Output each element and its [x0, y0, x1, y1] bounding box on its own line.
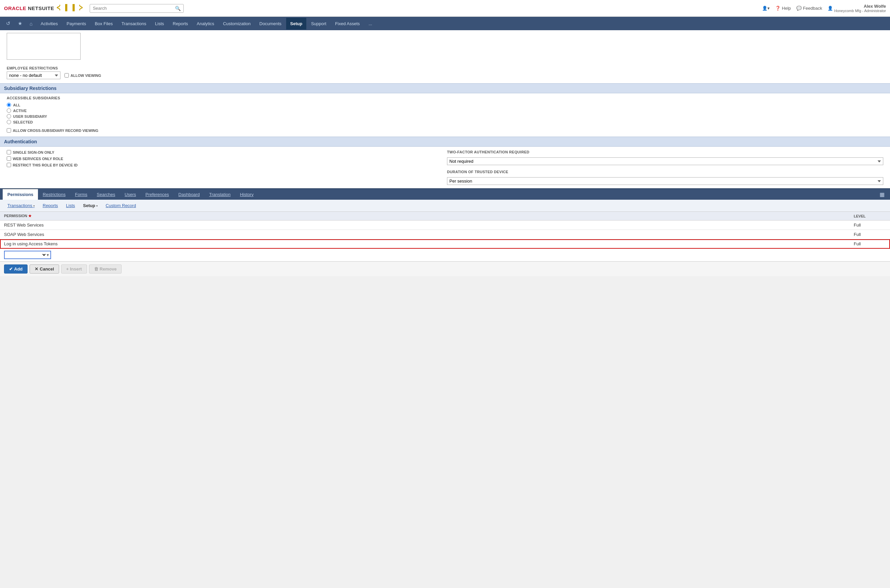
favorites-icon[interactable]: ★: [14, 18, 26, 29]
logo-icon: ⧼ ❙❙ ⧽: [57, 4, 83, 13]
employee-restrictions-section: EMPLOYEE RESTRICTIONS none - no default …: [0, 63, 890, 83]
restrict-device-label[interactable]: RESTRICT THIS ROLE BY DEVICE ID: [7, 163, 443, 167]
tab-permissions[interactable]: Permissions: [3, 189, 38, 200]
feedback-icon: 💬: [796, 6, 802, 11]
help-icon: ❓: [775, 6, 780, 11]
nav-customization[interactable]: Customization: [219, 18, 254, 30]
nav-box-files[interactable]: Box Files: [91, 18, 117, 30]
accessible-subsidiaries-label: ACCESSIBLE SUBSIDIARIES: [7, 96, 883, 100]
nav-analytics[interactable]: Analytics: [193, 18, 218, 30]
search-input[interactable]: [93, 6, 175, 11]
two-factor-select[interactable]: Not required Required Optional: [447, 158, 883, 165]
add-select-wrap[interactable]: ▾: [4, 251, 51, 259]
radio-selected[interactable]: SELECTED: [7, 120, 883, 124]
tab-dashboard[interactable]: Dashboard: [174, 189, 204, 200]
nav-transactions[interactable]: Transactions: [117, 18, 150, 30]
tab-users[interactable]: Users: [120, 189, 141, 200]
table-row: SOAP Web Services Full: [0, 230, 890, 239]
auth-left: SINGLE SIGN-ON ONLY WEB SERVICES ONLY RO…: [7, 150, 443, 185]
cross-subsidiary-checkbox[interactable]: [7, 128, 11, 133]
nav-support[interactable]: Support: [307, 18, 331, 30]
tab-history[interactable]: History: [235, 189, 258, 200]
permissions-table: PERMISSION ★ LEVEL REST Web Services Ful…: [0, 212, 890, 249]
tab-translation[interactable]: Translation: [204, 189, 235, 200]
nav-activities[interactable]: Activities: [37, 18, 62, 30]
allow-viewing-checkbox[interactable]: [65, 73, 69, 78]
nav-fixed-assets[interactable]: Fixed Assets: [331, 18, 364, 30]
radio-user-subsidiary[interactable]: USER SUBSIDIARY: [7, 114, 883, 118]
add-select-arrow: ▾: [47, 252, 49, 257]
nav-setup[interactable]: Setup: [286, 18, 306, 30]
table-row: REST Web Services Full: [0, 220, 890, 230]
insert-button[interactable]: + Insert: [61, 264, 87, 273]
sub-tab-reports[interactable]: Reports: [39, 202, 62, 209]
add-row: ▾: [0, 249, 890, 261]
sub-tabs-row: Transactions • Reports Lists Setup • Cus…: [0, 200, 890, 212]
radio-all[interactable]: ALL: [7, 103, 883, 107]
nav-documents[interactable]: Documents: [255, 18, 286, 30]
x-icon: ✕: [35, 267, 38, 272]
user-avatar-icon: 👤: [828, 6, 833, 11]
user-menu-btn[interactable]: 👤▾: [762, 6, 770, 11]
employee-restrictions-row: none - no default selected active ALLOW …: [7, 72, 883, 79]
add-button[interactable]: ✔ Add: [4, 264, 27, 273]
cancel-button[interactable]: ✕ Cancel: [30, 264, 59, 273]
subsidiary-restrictions-section: ACCESSIBLE SUBSIDIARIES ALL ACTIVE USER …: [0, 93, 890, 136]
feedback-btn[interactable]: 💬 Feedback: [796, 6, 822, 11]
permission-level: Full: [850, 239, 890, 249]
allow-viewing-label[interactable]: ALLOW VIEWING: [65, 73, 101, 78]
main-content: EMPLOYEE RESTRICTIONS none - no default …: [0, 30, 890, 276]
sso-only-checkbox[interactable]: [7, 150, 11, 154]
permission-name: REST Web Services: [0, 220, 850, 230]
tab-forms[interactable]: Forms: [70, 189, 92, 200]
employee-restrictions-select[interactable]: none - no default selected active: [7, 72, 60, 79]
nav-payments[interactable]: Payments: [62, 18, 90, 30]
help-btn[interactable]: ❓ Help: [775, 6, 791, 11]
home-icon[interactable]: ⌂: [26, 18, 36, 29]
table-row-highlighted: Log in using Access Tokens Full: [0, 239, 890, 249]
auth-right: TWO-FACTOR AUTHENTICATION REQUIRED Not r…: [447, 150, 883, 185]
tabs-row: Permissions Restrictions Forms Searches …: [0, 189, 890, 200]
cross-subsidiary-label[interactable]: ALLOW CROSS-SUBSIDIARY RECORD VIEWING: [7, 128, 883, 133]
logo-area: ORACLE NETSUITE ⧼ ❙❙ ⧽: [4, 4, 83, 13]
user-info: Alex Wolfe Honeycomb Mfg - Administrator: [834, 4, 886, 13]
subsidiary-restrictions-header: Subsidiary Restrictions: [0, 83, 890, 93]
tab-preferences[interactable]: Preferences: [141, 189, 174, 200]
radio-active[interactable]: ACTIVE: [7, 108, 883, 113]
remove-button[interactable]: 🗑 Remove: [89, 264, 122, 273]
duration-select[interactable]: Per session 30 days 60 days 90 days: [447, 177, 883, 185]
nav-reports[interactable]: Reports: [168, 18, 192, 30]
two-factor-label: TWO-FACTOR AUTHENTICATION REQUIRED: [447, 150, 883, 154]
sub-tab-custom-record[interactable]: Custom Record: [102, 202, 139, 209]
tab-options-icon[interactable]: ▦: [877, 189, 887, 200]
notes-textarea[interactable]: [7, 33, 81, 60]
history-icon[interactable]: ↺: [3, 18, 14, 29]
trash-icon: 🗑: [94, 267, 98, 272]
action-buttons: ✔ Add ✕ Cancel + Insert 🗑 Remove: [0, 261, 890, 276]
search-bar[interactable]: 🔍: [90, 4, 184, 13]
sub-tab-transactions[interactable]: Transactions •: [4, 202, 38, 209]
sso-only-label[interactable]: SINGLE SIGN-ON ONLY: [7, 150, 443, 154]
employee-restrictions-label: EMPLOYEE RESTRICTIONS: [7, 66, 883, 70]
nav-lists[interactable]: Lists: [151, 18, 168, 30]
nav-bar: ↺ ★ ⌂ Activities Payments Box Files Tran…: [0, 17, 890, 30]
user-menu-icon: 👤▾: [762, 6, 770, 11]
permission-level: Full: [850, 220, 890, 230]
authentication-section: SINGLE SIGN-ON ONLY WEB SERVICES ONLY RO…: [0, 147, 890, 188]
nav-more[interactable]: ...: [364, 18, 376, 30]
user-role: Honeycomb Mfg - Administrator: [834, 9, 886, 13]
restrict-device-checkbox[interactable]: [7, 163, 11, 167]
add-permission-select[interactable]: [6, 252, 47, 258]
tab-searches[interactable]: Searches: [92, 189, 120, 200]
sub-tab-setup[interactable]: Setup •: [80, 202, 101, 209]
help-label: Help: [782, 6, 791, 11]
search-icon: 🔍: [175, 6, 181, 11]
sub-tab-lists[interactable]: Lists: [63, 202, 78, 209]
web-services-only-checkbox[interactable]: [7, 156, 11, 161]
user-info-area: 👤 Alex Wolfe Honeycomb Mfg - Administrat…: [828, 4, 886, 13]
permission-name: SOAP Web Services: [0, 230, 850, 239]
tabs-container: Permissions Restrictions Forms Searches …: [0, 188, 890, 200]
accessible-subsidiaries-group: ALL ACTIVE USER SUBSIDIARY SELECTED: [7, 101, 883, 126]
tab-restrictions[interactable]: Restrictions: [38, 189, 70, 200]
web-services-only-label[interactable]: WEB SERVICES ONLY ROLE: [7, 156, 443, 161]
